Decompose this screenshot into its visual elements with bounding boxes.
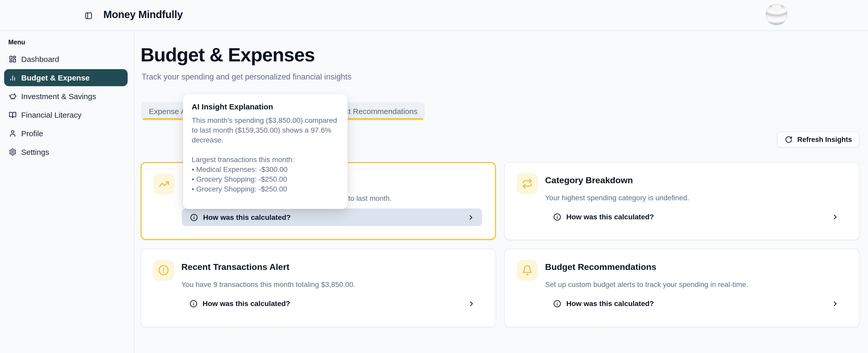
sidebar-item-label: Profile (21, 129, 43, 138)
how-calculated-label: How was this calculated? (203, 299, 290, 308)
panel-left-icon (85, 12, 92, 20)
sidebar-item-label: Investment & Savings (21, 92, 96, 101)
bell-icon (517, 259, 538, 281)
card-title: Recent Transactions Alert (181, 262, 289, 273)
card-body: You have 9 transactions this month total… (181, 280, 355, 288)
chevron-right-icon (468, 299, 475, 307)
card-category-breakdown: Category Breakdown Your highest spending… (504, 162, 860, 240)
how-calculated-label: How was this calculated? (566, 213, 654, 221)
sidebar-item-label: Financial Literacy (21, 110, 82, 119)
sidebar: Menu Dashboard Budget & Expense Investme… (0, 31, 134, 353)
page-subtitle: Track your spending and get personalized… (142, 72, 351, 81)
how-calculated-label: How was this calculated? (566, 299, 654, 308)
info-icon (553, 299, 561, 307)
book-open-icon (9, 111, 17, 119)
avatar[interactable] (766, 4, 787, 25)
sidebar-item-label: Budget & Expense (21, 73, 90, 82)
sidebar-toggle-button[interactable] (82, 9, 95, 22)
sidebar-item-budget-expense[interactable]: Budget & Expense (4, 69, 128, 86)
app-title: Money Mindfully (103, 9, 183, 21)
ai-insight-popover: AI Insight Explanation This month's spen… (183, 94, 348, 209)
popover-title: AI Insight Explanation (192, 102, 339, 111)
chevron-right-icon (467, 213, 475, 221)
how-calculated-label: How was this calculated? (203, 213, 291, 221)
card-budget-recommendations: Budget Recommendations Set up custom bud… (504, 249, 860, 327)
trending-up-icon (153, 173, 175, 195)
card-body: Your highest spending category is undefi… (545, 193, 689, 202)
sidebar-menu-label: Menu (8, 39, 25, 46)
chevron-right-icon (831, 213, 839, 221)
how-calculated-row[interactable]: How was this calculated? (182, 209, 482, 226)
card-recent-transactions: Recent Transactions Alert You have 9 tra… (141, 249, 496, 327)
card-title: Category Breakdown (545, 175, 633, 186)
top-header: Money Mindfully (0, 0, 868, 31)
info-icon (190, 299, 197, 307)
chevron-right-icon (831, 299, 839, 307)
card-body: Set up custom budget alerts to track you… (545, 280, 748, 288)
refresh-insights-label: Refresh Insights (797, 136, 852, 143)
info-icon (190, 213, 198, 221)
popover-spacer (192, 145, 339, 155)
popover-bullet: • Grocery Shopping: -$250.00 (192, 184, 339, 194)
popover-bullet: • Medical Expenses: -$300.00 (192, 165, 339, 174)
popover-list-heading: Largest transactions this month: (192, 155, 339, 165)
sidebar-item-label: Settings (21, 148, 49, 156)
popover-paragraph: This month's spending ($3,850.00) compar… (192, 116, 339, 145)
how-calculated-row[interactable]: How was this calculated? (545, 208, 846, 225)
sidebar-item-settings[interactable]: Settings (4, 143, 128, 161)
sidebar-item-label: Dashboard (21, 55, 59, 64)
sidebar-item-dashboard[interactable]: Dashboard (4, 50, 128, 68)
app-root: Money Mindfully Menu Dashboard Budget & … (0, 0, 868, 353)
refresh-insights-button[interactable]: Refresh Insights (777, 132, 860, 148)
refresh-icon (785, 136, 793, 143)
card-body-fragment: to last month. (348, 194, 392, 202)
piggy-bank-icon (9, 93, 17, 100)
bar-chart-icon (9, 74, 17, 81)
how-calculated-row[interactable]: How was this calculated? (545, 295, 846, 312)
repeat-icon (517, 173, 538, 194)
user-icon (9, 130, 17, 137)
sidebar-item-investment-savings[interactable]: Investment & Savings (4, 88, 128, 105)
info-icon (553, 213, 561, 221)
gear-icon (9, 148, 17, 156)
sidebar-item-profile[interactable]: Profile (4, 125, 128, 142)
card-title: Budget Recommendations (545, 262, 656, 273)
how-calculated-row[interactable]: How was this calculated? (181, 295, 483, 312)
page-title: Budget & Expenses (141, 44, 315, 66)
dashboard-grid-icon (9, 55, 17, 63)
sidebar-item-financial-literacy[interactable]: Financial Literacy (4, 106, 128, 123)
popover-bullet: • Grocery Shopping: -$250.00 (192, 174, 339, 184)
alert-circle-icon (153, 259, 174, 281)
sidebar-nav: Dashboard Budget & Expense Investment & … (4, 50, 128, 162)
